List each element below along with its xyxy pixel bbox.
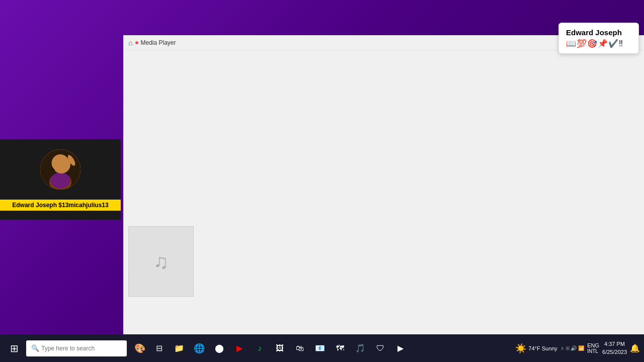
search-icon: 🔍	[31, 344, 39, 352]
avatar-figure	[40, 149, 80, 190]
taskbar-app-icons: 📁 🌐 ⬤ ▶ ♪ 🖼 🛍 📧 🗺 🎵 🛡 ▶	[170, 339, 410, 357]
taskbar-youtube[interactable]: ▶	[230, 339, 249, 357]
avatar	[40, 149, 80, 190]
taskbar-spotify[interactable]: ♪	[251, 339, 269, 357]
media-player-window: ⌂ Media Player ♫	[123, 35, 644, 334]
taskbar-security[interactable]: 🛡	[371, 339, 389, 357]
taskbar-clock: 4:37 PM 6/25/2023	[602, 340, 627, 356]
taskbar-weather[interactable]: ☀️ 74°F Sunny	[515, 343, 557, 354]
taskbar-chrome[interactable]: ⬤	[210, 339, 228, 357]
taskbar-media[interactable]: 🎵	[351, 339, 369, 357]
taskbar-icon-task-view[interactable]: ⊟	[150, 339, 168, 357]
taskbar-photos[interactable]: 🖼	[271, 339, 289, 357]
start-button[interactable]: ⊞	[4, 338, 24, 358]
media-player-title: Media Player	[140, 39, 176, 46]
taskbar-file-explorer[interactable]: 📁	[170, 339, 188, 357]
notification-card: Edward Joseph 📖💯🎯📌✔️‼️	[558, 23, 639, 54]
weather-text: 74°F Sunny	[528, 345, 557, 351]
taskbar-extra[interactable]: ▶	[391, 339, 410, 357]
media-player-dot-icon	[135, 41, 138, 44]
svg-point-4	[53, 154, 69, 164]
notification-emojis: 📖💯🎯📌✔️‼️	[566, 39, 631, 48]
taskbar-mail[interactable]: 📧	[311, 339, 329, 357]
album-art: ♫	[128, 226, 194, 297]
taskbar-language: ENG INTL	[587, 342, 599, 354]
avatar-container	[0, 139, 121, 200]
notification-bell[interactable]: 🔔	[630, 343, 640, 353]
home-icon[interactable]: ⌂	[128, 39, 132, 47]
media-player-content: ♫	[123, 50, 644, 334]
taskbar-edge[interactable]: 🌐	[190, 339, 208, 357]
taskbar-search-box[interactable]: 🔍	[26, 340, 127, 356]
stream-overlay-panel: Edward Joseph $13micahjulius13	[0, 139, 121, 220]
taskbar-right: ☀️ 74°F Sunny ∧ ⊞ 🔊 📶 ENG INTL 4:37 PM 6…	[515, 340, 640, 356]
svg-point-5	[51, 158, 57, 170]
weather-icon: ☀️	[515, 343, 526, 354]
music-note-icon: ♫	[153, 250, 169, 273]
stream-username-bar: Edward Joseph $13micahjulius13	[0, 200, 121, 211]
taskbar-maps[interactable]: 🗺	[331, 339, 349, 357]
taskbar-system-icons: ∧ ⊞ 🔊 📶	[560, 345, 584, 351]
taskbar-icon-colorful[interactable]: 🎨	[131, 339, 149, 357]
notification-name: Edward Joseph	[566, 28, 631, 37]
taskbar-date: 6/25/2023	[602, 348, 627, 356]
taskbar: ⊞ 🔍 🎨 ⊟ 📁 🌐 ⬤ ▶ ♪ 🖼 🛍 📧 🗺 🎵 🛡 ▶ ☀️ 74°F …	[0, 334, 644, 362]
stream-username-text: Edward Joseph $13micahjulius13	[12, 202, 108, 209]
search-input[interactable]	[41, 345, 122, 352]
taskbar-time: 4:37 PM	[602, 340, 627, 348]
taskbar-store[interactable]: 🛍	[291, 339, 309, 357]
svg-point-3	[52, 155, 70, 173]
svg-point-2	[50, 172, 70, 189]
